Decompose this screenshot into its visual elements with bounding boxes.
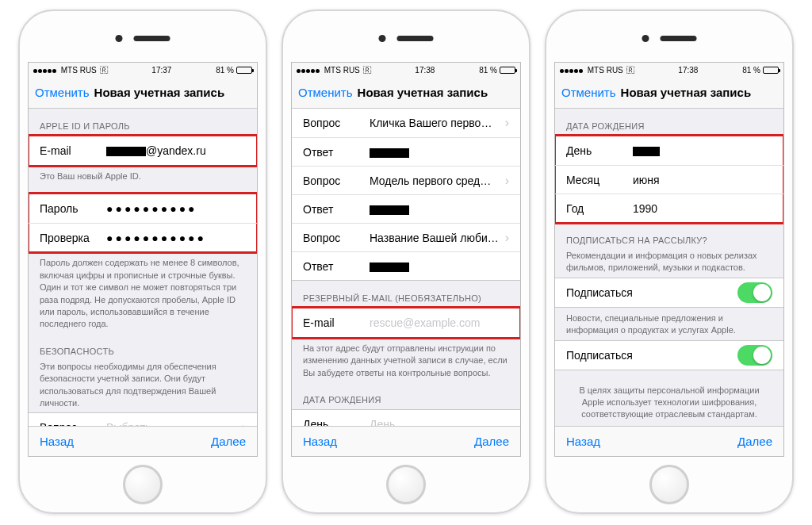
home-button[interactable] [123,465,163,504]
nav-title: Новая учетная запись [94,86,225,99]
a1-row[interactable]: Ответ [292,137,520,166]
back-button[interactable]: Назад [566,435,600,448]
password-row[interactable]: Пароль ●●●●●●●●●● [29,194,257,223]
rescue-email-row[interactable]: E-mailrescue@example.com [292,308,520,337]
password-footer: Пароль должен содержать не менее 8 симво… [29,252,257,333]
a3-row[interactable]: Ответ [292,251,520,280]
year-row[interactable]: Год1990 [555,194,783,222]
back-button[interactable]: Назад [303,435,337,448]
dob-header: ДАТА РОЖДЕНИЯ [555,109,783,136]
home-button[interactable] [386,465,426,504]
phone-3: MTS RUS 🇷 17:38 81 % Отменить Новая учет… [545,10,794,514]
q3-row[interactable]: ВопросНазвание Вашей люби…› [292,223,520,251]
switch-on[interactable] [737,282,772,303]
next-button[interactable]: Далее [474,435,509,448]
subscribe-row-2[interactable]: Подписаться [555,341,783,370]
keyboard-toolbar: Назад Далее [29,426,257,456]
redacted [106,147,146,156]
status-bar: MTS RUS 🇷 17:37 81 % [29,63,257,77]
question-row[interactable]: Вопрос Выбрать › [29,413,257,426]
chevron-right-icon: › [242,420,246,426]
day-row[interactable]: ДеньДень [292,410,520,426]
home-button[interactable] [649,465,689,504]
section-header-appleid: APPLE ID И ПАРОЛЬ [29,109,257,136]
subscribe-row-1[interactable]: Подписаться [555,278,783,307]
rescue-footer: На этот адрес будут отправлены инструкци… [292,338,520,382]
subscribe-footer-1: Рекомендации и информация о новых релиза… [555,250,783,278]
phone-1: MTS RUS 🇷 17:37 81 % Отменить Новая учет… [18,10,267,514]
security-footer: Эти вопросы необходимы для обеспечения б… [29,361,257,413]
section-header-security: БЕЗОПАСНОСТЬ [29,334,257,361]
verify-row[interactable]: Проверка ●●●●●●●●●●● [29,223,257,251]
email-footer: Это Ваш новый Apple ID. [29,166,257,186]
phone-2: MTS RUS 🇷 17:38 81 % Отменить Новая учет… [282,10,530,514]
back-button[interactable]: Назад [40,435,74,448]
next-button[interactable]: Далее [211,435,246,448]
subscribe-header: ПОДПИСАТЬСЯ НА РАССЫЛКУ? [555,223,783,250]
dob-header: ДАТА РОЖДЕНИЯ [292,382,520,409]
next-button[interactable]: Далее [737,435,772,448]
nav-title: Новая учетная запись [358,86,488,99]
cancel-button[interactable]: Отменить [561,86,616,99]
subscribe-footer-2: Новости, специальные предложения и инфор… [555,308,783,340]
cancel-button[interactable]: Отменить [35,86,90,99]
a2-row[interactable]: Ответ [292,194,520,223]
month-row[interactable]: Месяциюня [555,165,783,194]
q2-row[interactable]: ВопросМодель первого сред…› [292,166,520,194]
rescue-header: РЕЗЕРВНЫЙ E-MAIL (НЕОБЯЗАТЕЛЬНО) [292,281,520,308]
q1-row[interactable]: ВопросКличка Вашего перво…› [292,109,520,137]
day-row[interactable]: День [555,136,783,165]
nav-bar: Отменить Новая учетная запись [29,77,257,109]
nav-title: Новая учетная запись [621,86,752,99]
privacy-footer: В целях защиты персональной информации A… [555,370,783,426]
cancel-button[interactable]: Отменить [298,86,353,99]
email-row[interactable]: E-mail @yandex.ru [29,136,257,165]
switch-on[interactable] [737,345,772,366]
